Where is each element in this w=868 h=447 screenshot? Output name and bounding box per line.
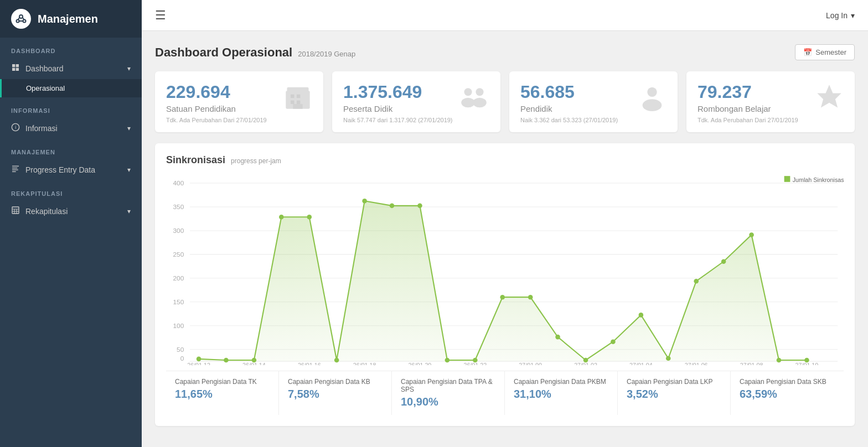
svg-rect-8 [12, 68, 15, 71]
svg-text:50: 50 [177, 346, 184, 354]
grid-icon [11, 63, 20, 74]
app-name: Manajemen [38, 13, 98, 25]
svg-point-84 [694, 279, 699, 284]
sync-chart: 400 350 300 250 200 150 100 50 0 [166, 175, 844, 365]
svg-text:250: 250 [173, 251, 184, 258]
stat-label-pendidik: Pendidik [520, 104, 618, 113]
svg-text:27/01 00: 27/01 00 [519, 362, 542, 365]
capaian-kb: Capaian Pengisian Data KB 7,58% [279, 371, 392, 415]
svg-point-73 [390, 204, 395, 209]
table-icon [11, 206, 20, 216]
sidebar-item-progress-entry[interactable]: Progress Entry Data ▾ [0, 159, 142, 180]
svg-text:0: 0 [180, 355, 184, 362]
capaian-kb-value: 7,58% [288, 388, 383, 401]
capaian-tk: Capaian Pengisian Data TK 11,65% [166, 371, 279, 415]
stat-value-satuan: 229.694 [166, 82, 267, 102]
svg-rect-9 [16, 68, 19, 71]
chevron-down-icon: ▾ [127, 207, 131, 215]
stat-card-peserta-didik: 1.375.649 Peserta Didik Naik 57.747 dari… [332, 71, 500, 132]
stat-value-pendidik: 56.685 [520, 82, 618, 102]
section-dashboard: DASHBOARD [0, 38, 142, 58]
svg-point-75 [445, 358, 450, 363]
page-period: 2018/2019 Genap [298, 50, 355, 58]
svg-point-87 [777, 358, 782, 363]
svg-text:26/01 20: 26/01 20 [409, 362, 432, 365]
svg-point-30 [476, 88, 484, 96]
capaian-kb-label: Capaian Pengisian Data KB [288, 378, 383, 386]
sidebar-item-informasi[interactable]: i Informasi ▾ [0, 117, 142, 139]
svg-point-81 [611, 340, 616, 345]
stat-card-satuan-pendidikan: 229.694 Satuan Pendidikan Tdk. Ada Perub… [155, 71, 323, 132]
page-title: Dashboard Operasional [155, 45, 292, 60]
svg-point-72 [362, 199, 367, 204]
svg-text:Jumlah Sinkronisasi: Jumlah Sinkronisasi [793, 176, 844, 183]
building-icon [283, 82, 312, 117]
svg-rect-26 [293, 104, 302, 109]
sidebar-item-rekapitulasi[interactable]: Rekapitulasi ▾ [0, 200, 142, 222]
svg-point-71 [334, 358, 339, 363]
chevron-down-icon: ▾ [851, 11, 855, 20]
calendar-icon: 📅 [803, 48, 812, 56]
svg-point-77 [500, 295, 505, 300]
sidebar-item-operasional[interactable]: Operasional [0, 79, 142, 97]
page-header: Dashboard Operasional 2018/2019 Genap 📅 … [155, 44, 855, 60]
svg-text:150: 150 [173, 298, 184, 306]
svg-marker-65 [199, 201, 807, 361]
svg-rect-24 [291, 101, 294, 105]
hamburger-menu[interactable]: ☰ [155, 8, 166, 23]
svg-text:400: 400 [173, 180, 184, 188]
svg-text:350: 350 [173, 203, 184, 211]
svg-rect-6 [12, 64, 15, 67]
svg-text:i: i [15, 124, 16, 130]
svg-rect-15 [12, 171, 16, 172]
login-button[interactable]: Log In ▾ [826, 11, 855, 20]
stat-value-peserta: 1.375.649 [343, 82, 453, 102]
svg-point-67 [224, 358, 229, 363]
capaian-lkp: Capaian Pengisian Data LKP 3,52% [618, 371, 731, 415]
stat-card-rombongan: 79.237 Rombongan Belajar Tdk. Ada Peruba… [686, 71, 855, 132]
svg-line-4 [23, 18, 24, 20]
stat-sub-satuan: Tdk. Ada Perubahan Dari 27/01/2019 [166, 117, 267, 123]
svg-point-2 [23, 20, 26, 23]
capaian-lkp-value: 3,52% [627, 388, 721, 401]
svg-point-31 [473, 98, 487, 108]
stat-cards: 229.694 Satuan Pendidikan Tdk. Ada Perub… [155, 71, 855, 132]
logo-icon [11, 9, 31, 29]
svg-point-74 [417, 204, 422, 209]
svg-line-3 [18, 18, 20, 20]
main-content: ☰ Log In ▾ Dashboard Operasional 2018/20… [142, 0, 868, 447]
capaian-pkbm-value: 31,10% [514, 388, 608, 401]
sidebar-item-dashboard[interactable]: Dashboard ▾ [0, 58, 142, 79]
stat-sub-rombongan: Tdk. Ada Perubahan Dari 27/01/2019 [698, 117, 798, 123]
star-icon [815, 82, 844, 117]
capaian-pkbm-label: Capaian Pengisian Data PKBM [514, 378, 608, 386]
svg-point-70 [307, 215, 312, 220]
section-manajemen: MANAJEMEN [0, 139, 142, 159]
login-label: Log In [826, 11, 848, 20]
svg-point-1 [17, 20, 19, 23]
operasional-label: Operasional [26, 84, 65, 92]
person-icon [638, 82, 666, 117]
svg-point-85 [721, 259, 726, 264]
capaian-row: Capaian Pengisian Data TK 11,65% Capaian… [166, 371, 844, 415]
svg-marker-34 [817, 85, 841, 107]
svg-text:200: 200 [173, 274, 184, 282]
svg-point-79 [555, 335, 560, 340]
svg-point-33 [643, 99, 662, 111]
svg-point-32 [647, 87, 657, 97]
chevron-down-icon: ▾ [127, 124, 131, 132]
semester-button[interactable]: 📅 Semester [795, 44, 855, 60]
capaian-tpa-value: 10,90% [401, 396, 495, 408]
svg-point-29 [461, 98, 475, 108]
svg-point-0 [19, 15, 23, 18]
stat-label-peserta: Peserta Didik [343, 104, 453, 113]
svg-point-68 [252, 358, 257, 363]
chevron-down-icon: ▾ [127, 166, 131, 174]
capaian-lkp-label: Capaian Pengisian Data LKP [627, 378, 721, 386]
sidebar-informasi-label: Informasi [25, 124, 58, 133]
svg-rect-16 [12, 207, 19, 214]
capaian-skb: Capaian Pengisian Data SKB 63,59% [731, 371, 844, 415]
chart-title: Sinkronisasi [166, 154, 225, 166]
svg-point-86 [749, 232, 754, 237]
semester-label: Semester [815, 48, 846, 56]
